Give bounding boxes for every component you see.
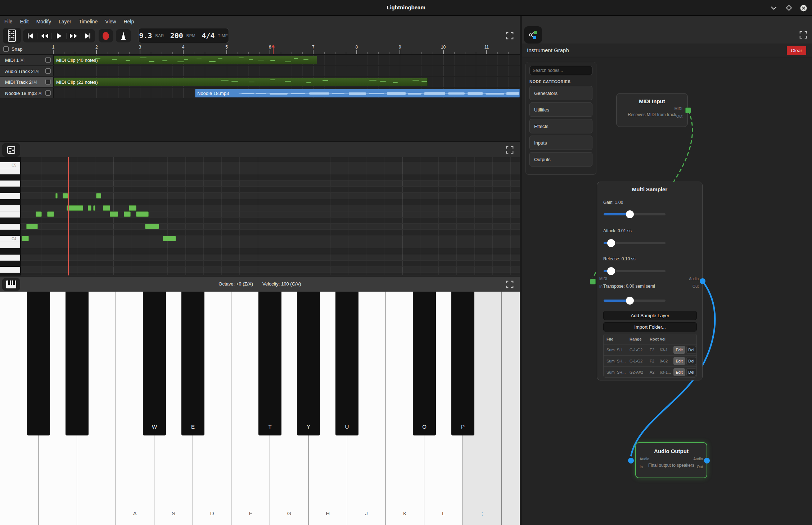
black-key-W[interactable]: W bbox=[143, 292, 166, 435]
track-header[interactable]: MIDI 1[A] bbox=[0, 55, 54, 65]
piano-roll-key[interactable] bbox=[0, 230, 20, 236]
midi-note[interactable] bbox=[103, 205, 110, 211]
menu-item-file[interactable]: File bbox=[4, 19, 13, 24]
graph-canvas[interactable]: NODE CATEGORIES GeneratorsUtilitiesEffec… bbox=[522, 57, 812, 525]
add-sample-layer-button[interactable]: Add Sample Layer bbox=[603, 311, 697, 320]
piano-roll-key[interactable] bbox=[0, 168, 20, 174]
slider-thumb[interactable] bbox=[626, 210, 634, 218]
track-header[interactable]: MIDI Track 2[A] bbox=[0, 77, 54, 87]
midi-clip[interactable]: MIDI Clip (40 notes) bbox=[54, 56, 317, 64]
piano-roll-key[interactable] bbox=[0, 218, 20, 224]
multi-sampler-out-connector[interactable] bbox=[700, 278, 705, 284]
midi-note[interactable] bbox=[110, 211, 118, 217]
edit-button[interactable]: Edit bbox=[673, 346, 685, 354]
search-input[interactable] bbox=[529, 66, 592, 75]
audio-clip[interactable]: Noodle 18.mp3 bbox=[195, 89, 520, 97]
graph-fullscreen-button[interactable] bbox=[797, 29, 810, 40]
virtual-keyboard[interactable]: ASDFGHJKL;WETYUOP bbox=[0, 292, 520, 525]
midi-note[interactable] bbox=[163, 236, 176, 241]
midi-note[interactable] bbox=[124, 211, 131, 217]
rewind-button[interactable] bbox=[37, 33, 52, 39]
fast-forward-button[interactable] bbox=[67, 33, 81, 39]
midi-note[interactable] bbox=[93, 205, 95, 211]
slider-thumb[interactable] bbox=[607, 239, 615, 247]
edit-button[interactable]: Edit bbox=[673, 368, 685, 376]
media-library-button[interactable] bbox=[3, 28, 21, 44]
audio-output-out-connector[interactable] bbox=[704, 458, 710, 464]
black-key-P[interactable]: P bbox=[451, 292, 474, 435]
piano-roll-key[interactable]: C4 bbox=[0, 236, 20, 242]
midi-note[interactable] bbox=[129, 205, 136, 211]
piano-roll-key[interactable] bbox=[0, 205, 20, 211]
black-key[interactable] bbox=[66, 292, 89, 435]
category-button-utilities[interactable]: Utilities bbox=[529, 102, 592, 117]
black-key-E[interactable]: E bbox=[181, 292, 204, 435]
midi-note[interactable] bbox=[88, 205, 91, 211]
white-key[interactable] bbox=[502, 292, 520, 525]
piano-roll-key[interactable] bbox=[0, 273, 20, 275]
timeline-ruler[interactable]: Snap 1234567891011 bbox=[0, 44, 520, 55]
piano-roll[interactable]: C5C4 bbox=[0, 157, 520, 275]
timeline-fullscreen-button[interactable] bbox=[503, 30, 516, 41]
import-folder-button[interactable]: Import Folder... bbox=[603, 322, 697, 332]
midi-note[interactable] bbox=[26, 224, 38, 229]
gain-slider[interactable] bbox=[603, 210, 667, 218]
midi-note[interactable] bbox=[63, 193, 68, 198]
midi-note[interactable] bbox=[67, 205, 83, 211]
transport-display[interactable]: 9.3 BAR 200 BPM 4/4 TIME bbox=[138, 28, 229, 43]
graph-mode-button[interactable] bbox=[524, 26, 542, 44]
track-lane[interactable]: MIDI Clip (21 notes) bbox=[54, 77, 520, 87]
piano-roll-grid[interactable] bbox=[21, 157, 520, 275]
multi-sampler-in-connector[interactable] bbox=[590, 279, 596, 284]
node-midi-input[interactable]: MIDI Input Receives MIDI from track MIDI… bbox=[616, 93, 688, 127]
maximize-icon[interactable] bbox=[785, 4, 793, 12]
piano-roll-key[interactable] bbox=[0, 248, 20, 254]
del-button[interactable]: Del bbox=[686, 368, 696, 376]
midi-input-out-connector[interactable] bbox=[685, 108, 691, 113]
category-button-effects[interactable]: Effects bbox=[529, 119, 592, 133]
midi-note[interactable] bbox=[136, 211, 149, 217]
edit-button[interactable]: Edit bbox=[673, 357, 685, 365]
menu-item-view[interactable]: View bbox=[105, 19, 116, 24]
clear-button[interactable]: Clear bbox=[787, 46, 806, 55]
piano-roll-key[interactable] bbox=[0, 211, 20, 218]
del-button[interactable]: Del bbox=[686, 346, 696, 354]
audio-output-in-connector[interactable] bbox=[628, 458, 634, 464]
midi-note[interactable] bbox=[96, 193, 101, 198]
piano-roll-key[interactable] bbox=[0, 267, 20, 273]
category-button-outputs[interactable]: Outputs bbox=[529, 152, 592, 166]
metronome-button[interactable] bbox=[116, 29, 131, 42]
midi-note[interactable] bbox=[47, 211, 54, 217]
track-checkbox[interactable] bbox=[45, 90, 51, 96]
node-multi-sampler[interactable]: Multi Sampler Gain: 1.00 Attack: 0.01 ss… bbox=[597, 182, 703, 380]
minimize-icon[interactable] bbox=[770, 4, 778, 12]
play-button[interactable] bbox=[52, 33, 66, 39]
piano-roll-key[interactable] bbox=[0, 157, 20, 162]
menu-item-timeline[interactable]: Timeline bbox=[79, 19, 98, 24]
track-checkbox[interactable] bbox=[45, 68, 51, 74]
piano-roll-key[interactable] bbox=[0, 261, 20, 267]
attack-slider[interactable] bbox=[603, 239, 667, 247]
piano-roll-key[interactable] bbox=[0, 242, 20, 248]
menu-item-modify[interactable]: Modify bbox=[36, 19, 51, 24]
midi-clip[interactable]: MIDI Clip (21 notes) bbox=[54, 78, 428, 86]
black-key-O[interactable]: O bbox=[413, 292, 436, 435]
keyboard-fullscreen-button[interactable] bbox=[503, 279, 516, 289]
midi-note[interactable] bbox=[36, 211, 42, 217]
track-lane[interactable]: Noodle 18.mp3 bbox=[54, 88, 520, 98]
piano-roll-fullscreen-button[interactable] bbox=[503, 145, 516, 155]
track-header[interactable]: Audio Track 2[A] bbox=[0, 66, 54, 76]
piano-roll-key[interactable] bbox=[0, 181, 20, 187]
track-lane[interactable] bbox=[54, 66, 520, 76]
skip-start-button[interactable] bbox=[23, 33, 37, 39]
track-header[interactable]: Noodle 18.mp3[A] bbox=[0, 88, 54, 98]
piano-roll-view-button[interactable] bbox=[2, 143, 20, 157]
record-button[interactable] bbox=[99, 29, 113, 42]
black-key-Y[interactable]: Y bbox=[297, 292, 320, 435]
midi-note[interactable] bbox=[55, 193, 58, 198]
slider-thumb[interactable] bbox=[607, 267, 615, 275]
menu-item-edit[interactable]: Edit bbox=[20, 19, 29, 24]
piano-roll-playhead[interactable] bbox=[68, 157, 69, 275]
menu-item-layer[interactable]: Layer bbox=[59, 19, 71, 24]
piano-roll-key[interactable] bbox=[0, 187, 20, 193]
